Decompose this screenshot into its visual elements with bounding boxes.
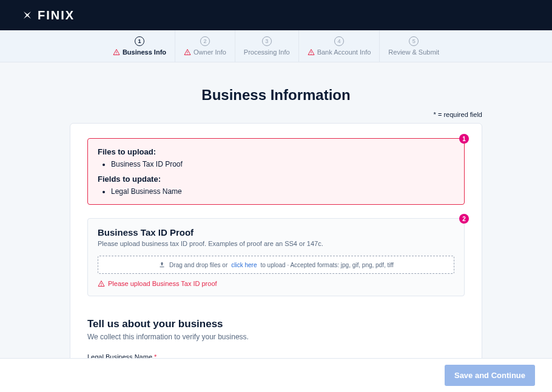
file-dropzone[interactable]: Drag and drop files or click here to upl… bbox=[98, 256, 454, 274]
step-number: 4 bbox=[334, 36, 344, 46]
upload-badge: 2 bbox=[459, 214, 469, 224]
alert-file-item: Business Tax ID Proof bbox=[111, 160, 454, 168]
brand-name: FINIX bbox=[38, 8, 75, 22]
warning-icon bbox=[113, 48, 120, 56]
page-title: Business Information bbox=[70, 87, 482, 104]
upload-description: Please upload business tax ID proof. Exa… bbox=[98, 240, 454, 247]
upload-error-text: Please upload Business Tax ID proof bbox=[108, 280, 217, 287]
warning-icon bbox=[308, 48, 315, 56]
warning-icon bbox=[98, 280, 105, 287]
step-label: Bank Account Info bbox=[308, 48, 371, 56]
step-number: 3 bbox=[262, 36, 272, 46]
alert-files-heading: Files to upload: bbox=[98, 147, 454, 156]
step-label: Processing Info bbox=[244, 48, 290, 56]
step-number: 2 bbox=[200, 36, 210, 46]
brand-logo: FINIX bbox=[22, 8, 75, 22]
upload-icon bbox=[158, 261, 166, 268]
step-label: Owner Info bbox=[184, 48, 226, 56]
tax-id-upload-card: 2 Business Tax ID Proof Please upload bu… bbox=[87, 218, 465, 296]
alert-badge: 1 bbox=[459, 134, 469, 144]
step-bank-account-info[interactable]: 4Bank Account Info bbox=[299, 30, 380, 62]
main-content: Business Information * = required field … bbox=[70, 62, 482, 392]
dropzone-click-link[interactable]: click here bbox=[231, 262, 257, 268]
alert-field-item: Legal Business Name bbox=[111, 187, 454, 196]
svg-point-3 bbox=[187, 54, 188, 55]
section-subtitle: We collect this information to verify yo… bbox=[87, 333, 465, 341]
alert-fields-heading: Fields to update: bbox=[98, 174, 454, 184]
svg-point-5 bbox=[311, 54, 311, 55]
form-card: 1 Files to upload: Business Tax ID Proof… bbox=[70, 123, 482, 392]
upload-error: Please upload Business Tax ID proof bbox=[98, 280, 454, 287]
step-business-info[interactable]: 1Business Info bbox=[104, 30, 175, 62]
warning-icon bbox=[184, 48, 191, 56]
required-note: * = required field bbox=[70, 111, 482, 118]
step-review-submit[interactable]: 5Review & Submit bbox=[380, 30, 448, 62]
dropzone-text-prefix: Drag and drop files or bbox=[169, 262, 227, 268]
footer-bar: Save and Continue bbox=[0, 358, 552, 392]
update-required-alert: 1 Files to upload: Business Tax ID Proof… bbox=[87, 138, 465, 205]
dropzone-text-suffix: to upload · Accepted formats: jpg, gif, … bbox=[261, 262, 394, 268]
step-label: Review & Submit bbox=[388, 48, 439, 56]
step-number: 1 bbox=[135, 36, 144, 46]
svg-point-1 bbox=[116, 54, 116, 55]
step-label: Business Info bbox=[113, 48, 166, 56]
save-continue-button[interactable]: Save and Continue bbox=[445, 365, 535, 386]
app-header: FINIX bbox=[0, 0, 552, 30]
step-processing-info[interactable]: 3Processing Info bbox=[235, 30, 299, 62]
brand-logo-icon bbox=[22, 10, 33, 21]
step-number: 5 bbox=[409, 36, 419, 46]
svg-point-7 bbox=[101, 285, 102, 286]
section-title: Tell us about your business bbox=[87, 318, 465, 330]
stepper: 1Business Info2Owner Info3Processing Inf… bbox=[0, 30, 552, 62]
upload-title: Business Tax ID Proof bbox=[98, 227, 454, 238]
step-owner-info[interactable]: 2Owner Info bbox=[175, 30, 235, 62]
